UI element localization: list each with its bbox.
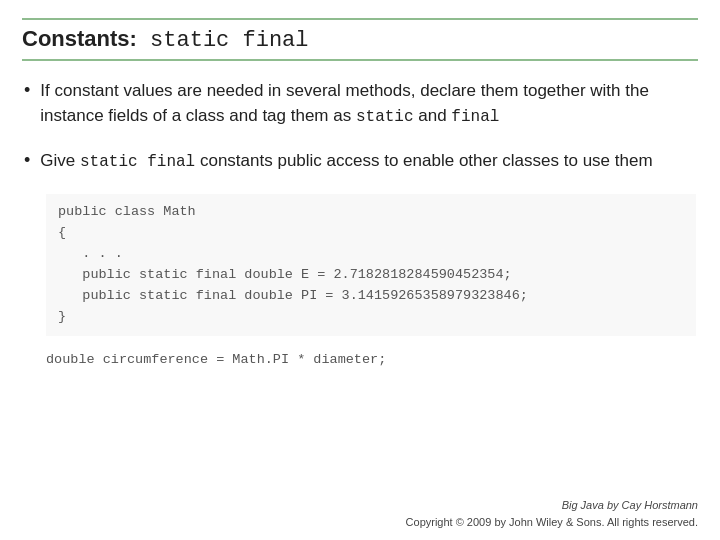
bullet-dot-2: • [24,150,30,171]
bullet2-text-mid: constants public access to enable other … [195,151,652,170]
code-standalone: double circumference = Math.PI * diamete… [24,346,696,371]
bullet1-code1: static [356,108,414,126]
code-line-6: } [58,309,66,324]
code-line-3: . . . [58,246,123,261]
code-line-5: public static final double PI = 3.141592… [58,288,528,303]
code-line-2: { [58,225,66,240]
bullet1-text-before: If constant values are needed in several… [40,81,649,125]
bullet2-code1: static final [80,153,195,171]
bullet1-text-mid: and [414,106,452,125]
title-bar: Constants: static final [22,18,698,61]
code-block: public class Math { . . . public static … [46,194,696,336]
bullet-dot-1: • [24,80,30,101]
content-area: • If constant values are needed in sever… [22,79,698,526]
bullet1-code2: final [451,108,499,126]
bullet2-text-before: Give [40,151,80,170]
code-line-1: public class Math [58,204,196,219]
slide-title-code: static final [137,28,309,53]
footer-line2: Copyright © 2009 by John Wiley & Sons. A… [406,514,698,531]
footer: Big Java by Cay Horstmann Copyright © 20… [406,497,698,530]
slide-title: Constants: [22,26,137,51]
footer-line1: Big Java by Cay Horstmann [406,497,698,514]
slide-container: Constants: static final • If constant va… [0,0,720,540]
bullet-text-2: Give static final constants public acces… [40,149,652,174]
bullet-item-1: • If constant values are needed in sever… [24,79,696,129]
bullet-text-1: If constant values are needed in several… [40,79,696,129]
code-line-4: public static final double E = 2.7182818… [58,267,512,282]
bullet-item-2: • Give static final constants public acc… [24,149,696,174]
